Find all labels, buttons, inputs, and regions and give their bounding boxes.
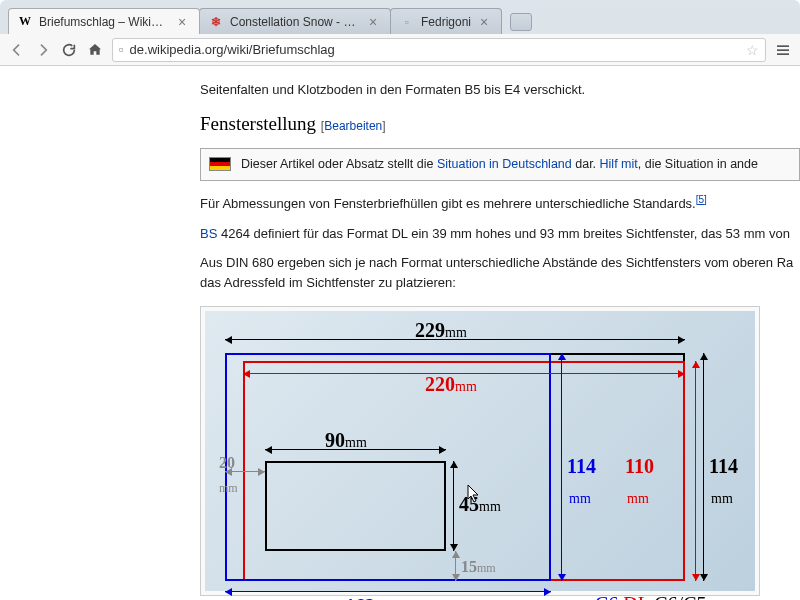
forward-button[interactable] — [34, 41, 52, 59]
close-icon[interactable]: × — [175, 15, 189, 29]
bookmark-icon[interactable]: ☆ — [746, 42, 759, 58]
reload-button[interactable] — [60, 41, 78, 59]
svg-rect-2 — [777, 53, 789, 55]
envelope-diagram[interactable]: 229mm 220mm 90mm 20mm 45mm 15mm 114mm 11… — [205, 311, 755, 591]
tab-title: Constellation Snow - Pape — [230, 15, 360, 29]
body-text: Für Abmessungen von Fensterbriefhüllen g… — [200, 191, 800, 214]
tab-inactive[interactable]: ▫ Fedrigoni × — [390, 8, 502, 34]
diagram-container: 229mm 220mm 90mm 20mm 45mm 15mm 114mm 11… — [200, 306, 760, 596]
page-content: Seitenfalten und Klotzboden in den Forma… — [0, 66, 800, 600]
tab-title: Briefumschlag – Wikipedia — [39, 15, 169, 29]
page-icon: ❄ — [208, 14, 224, 30]
address-bar[interactable]: ▫ ☆ — [112, 38, 766, 62]
hatnote: Dieser Artikel oder Absatz stellt die Si… — [200, 148, 800, 181]
germany-flag-icon — [209, 157, 231, 171]
body-text: Aus DIN 680 ergeben sich je nach Format … — [200, 253, 800, 292]
footnote-link[interactable]: [5] — [696, 194, 707, 205]
tab-title: Fedrigoni — [421, 15, 471, 29]
page-info-icon[interactable]: ▫ — [119, 42, 124, 57]
close-icon[interactable]: × — [366, 15, 380, 29]
link-bs[interactable]: BS — [200, 226, 217, 241]
tab-strip: W Briefumschlag – Wikipedia × ❄ Constell… — [0, 0, 800, 34]
menu-button[interactable] — [774, 41, 792, 59]
format-labels: C6 DL C6/C5 — [595, 589, 707, 600]
body-text: Seitenfalten und Klotzboden in den Forma… — [200, 80, 800, 100]
new-tab-button[interactable] — [510, 13, 532, 31]
back-button[interactable] — [8, 41, 26, 59]
close-icon[interactable]: × — [477, 15, 491, 29]
body-text: BS 4264 definiert für das Format DL ein … — [200, 224, 800, 244]
home-button[interactable] — [86, 41, 104, 59]
edit-link[interactable]: Bearbeiten — [324, 119, 382, 133]
toolbar: ▫ ☆ — [0, 34, 800, 66]
svg-rect-1 — [777, 49, 789, 51]
link-situation-de[interactable]: Situation in Deutschland — [437, 157, 572, 171]
tab-inactive[interactable]: ❄ Constellation Snow - Pape × — [199, 8, 391, 34]
tab-active[interactable]: W Briefumschlag – Wikipedia × — [8, 8, 200, 34]
link-hilf-mit[interactable]: Hilf mit — [600, 157, 638, 171]
wikipedia-icon: W — [17, 14, 33, 30]
url-input[interactable] — [130, 42, 740, 57]
section-heading: Fensterstellung Bearbeiten — [200, 110, 800, 139]
svg-rect-0 — [777, 45, 789, 47]
page-icon: ▫ — [399, 14, 415, 30]
